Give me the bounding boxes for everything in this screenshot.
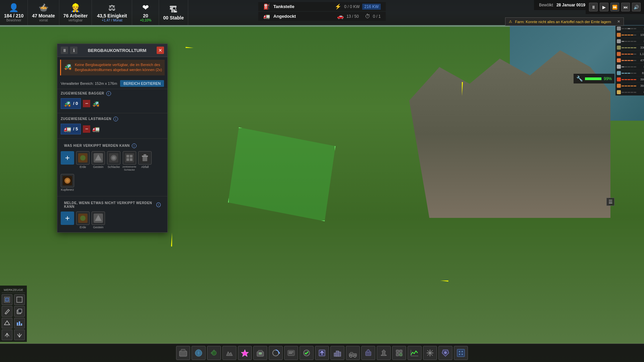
svg-rect-32 (19, 321, 20, 325)
res-color-7 (617, 71, 621, 75)
tool-copy[interactable] (14, 306, 25, 317)
material-zerkleinerte-schlacke[interactable]: zerkleinerteSchlacke (122, 151, 136, 171)
toolbar-btn-14[interactable] (392, 346, 406, 360)
tool-terrain[interactable] (2, 318, 12, 328)
tool-draw[interactable] (2, 306, 12, 317)
material-erde[interactable]: Erde (76, 151, 90, 171)
tool-chart[interactable] (14, 318, 25, 328)
ultra-speed-button[interactable]: ⏭ (621, 3, 630, 11)
panel-close-button[interactable]: ✕ (157, 47, 164, 54)
svg-rect-7 (125, 153, 134, 163)
truck-count: / 5 (73, 126, 78, 131)
excavator-available-icon[interactable]: 🚜 (92, 100, 100, 107)
gestein-label: Gestein (93, 165, 103, 169)
area-edit-button[interactable]: BEREICH EDITIEREN (120, 80, 164, 87)
toolbar-btn-13[interactable] (377, 346, 391, 360)
pause-button[interactable]: ⏸ (589, 3, 598, 11)
zerkleinerte-schlacke-label: zerkleinerteSchlacke (122, 165, 136, 171)
alert-erde-icon (76, 212, 90, 225)
res-color-2 (617, 39, 621, 43)
excavators-info-icon[interactable]: i (106, 91, 111, 96)
notification-close[interactable]: ✕ (617, 19, 620, 24)
res-color-1 (617, 33, 621, 37)
res-color-3 (617, 46, 621, 50)
svg-rect-38 (181, 349, 185, 352)
truck-count-icon: 🚗 (337, 13, 344, 19)
excavator-remove-button[interactable]: − (83, 100, 90, 107)
excavator-warning-icon: 🚜 (64, 62, 72, 70)
sound-button[interactable]: 🔊 (632, 3, 641, 11)
toolbar-btn-6[interactable] (269, 346, 283, 360)
workers-icon: 👷 (70, 3, 80, 12)
res-bars-1 (622, 35, 636, 36)
add-alert-material-button[interactable]: + (61, 212, 74, 225)
excavators-title: ZUGEWIESENE BAGGER (61, 92, 104, 95)
erde-icon (76, 151, 90, 165)
kupfererz-icon (61, 174, 74, 187)
res-color-6 (617, 65, 621, 69)
notification-bar: ⚠ Farm: Konnte nicht alles an Kartoffel … (505, 17, 624, 26)
toolbar-btn-0[interactable] (176, 346, 190, 360)
toolbar-btn-7[interactable] (284, 346, 298, 360)
playback-controls[interactable]: ⏸ ▶ ⏩ ⏭ 🔊 (586, 0, 644, 14)
dump-info-icon[interactable]: i (132, 143, 137, 148)
res-color-5 (617, 58, 621, 62)
alert-material-gestein[interactable]: Gestein (92, 212, 105, 229)
kupfererz-label: Kupfererz (61, 188, 74, 191)
truck-name: Angedockt (273, 14, 296, 19)
stable-icon: 🏗 (169, 5, 177, 14)
repair-bar (585, 77, 602, 80)
material-kupfererz[interactable]: Kupfererz (61, 174, 74, 191)
toolbar-btn-3[interactable] (222, 346, 236, 360)
truck-remove-button[interactable]: − (83, 125, 90, 133)
trucks-info-icon[interactable]: i (113, 117, 118, 121)
toolbar-btn-5[interactable] (253, 346, 267, 360)
toolbar-btn-10[interactable] (330, 346, 344, 360)
tool-select-area[interactable] (2, 294, 12, 305)
pause-panel-button[interactable]: ⏸ (61, 47, 68, 54)
svg-marker-47 (279, 352, 280, 354)
toolbar-btn-16[interactable] (423, 346, 437, 360)
material-abfall[interactable]: Abfall (138, 151, 152, 171)
res-val-7: 82 (637, 71, 644, 75)
toolbar-btn-4[interactable] (238, 346, 252, 360)
toolbar-btn-8[interactable] (300, 346, 314, 360)
building-panel: ⏸ ℹ BERGBAUKONTROLLTURM ✕ 🚜 Keine Bergba… (57, 44, 168, 233)
svg-rect-10 (126, 158, 129, 161)
alert-material-erde[interactable]: Erde (76, 212, 90, 229)
tool-raise[interactable] (2, 329, 12, 340)
alert-info-icon[interactable]: i (156, 202, 161, 207)
material-schlacke[interactable]: Schlacke (107, 151, 120, 171)
right-menu-button[interactable]: ☰ (606, 198, 614, 206)
fast-forward-button[interactable]: ⏩ (610, 3, 619, 11)
svg-point-20 (80, 216, 86, 221)
toolbar-btn-2[interactable] (207, 346, 221, 360)
res-val-4: 1,1k (637, 52, 644, 56)
svg-rect-8 (126, 155, 129, 158)
unity-value: 43,5 Einigkeit (97, 13, 127, 18)
info-panel-button[interactable]: ℹ (70, 47, 77, 54)
add-dump-material-button[interactable]: + (61, 151, 74, 165)
toolbar-btn-11[interactable] (346, 346, 360, 360)
toolbar-btn-9[interactable] (315, 346, 329, 360)
panel-left-controls[interactable]: ⏸ ℹ (61, 47, 77, 54)
months-value: 47 Monate (32, 13, 55, 18)
residents-stat: 👤 184 / 210 Bewohner (0, 0, 28, 25)
svg-point-1 (80, 155, 86, 161)
tool-lower[interactable] (14, 329, 25, 340)
tool-select-single[interactable] (14, 294, 25, 305)
excavator-icon: 🚜 (64, 100, 71, 107)
toolbar-btn-17[interactable] (438, 346, 452, 360)
svg-rect-11 (130, 158, 132, 161)
toolbar-btn-12[interactable] (361, 346, 375, 360)
truck-available-icon[interactable]: 🚛 (92, 125, 100, 133)
toolbar-btn-18[interactable] (454, 346, 468, 360)
toolbar-btn-1[interactable] (192, 346, 206, 360)
res-bars-7 (622, 73, 636, 74)
excavators-row: 🚜 / 0 − 🚜 (57, 97, 167, 112)
res-bars-3 (622, 47, 636, 48)
tools-grid[interactable] (2, 294, 25, 340)
material-gestein[interactable]: Gestein (92, 151, 105, 171)
toolbar-btn-15[interactable] (408, 346, 422, 360)
play-button[interactable]: ▶ (600, 3, 608, 11)
